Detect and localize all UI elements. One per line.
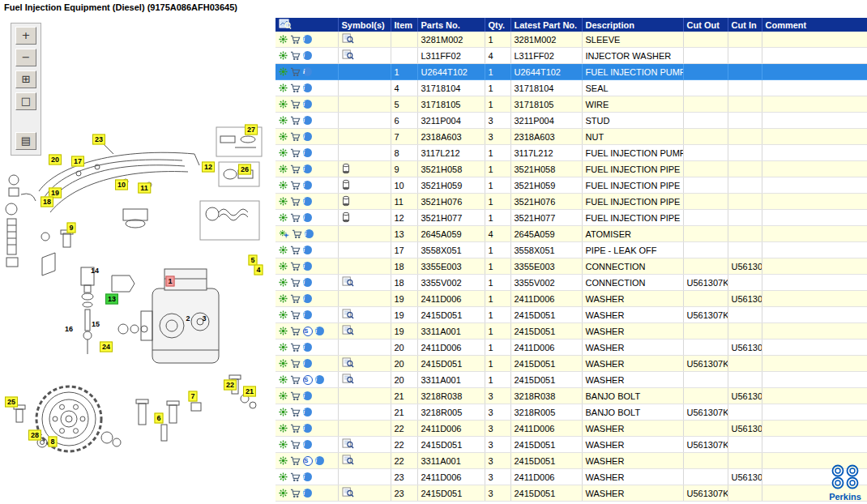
cart-icon[interactable] <box>290 375 301 385</box>
cart-icon[interactable] <box>290 440 301 450</box>
cart-icon[interactable] <box>290 278 301 288</box>
table-row[interactable]: i63211P00433211P004STUD <box>275 113 867 129</box>
info-icon[interactable]: i <box>303 197 312 206</box>
diagram-callout[interactable]: 1 <box>165 276 174 287</box>
gear-icon[interactable] <box>279 197 288 206</box>
gear-icon[interactable] <box>279 116 288 125</box>
gear-icon[interactable] <box>279 343 288 352</box>
image-search-icon[interactable] <box>279 21 292 31</box>
gear-icon[interactable] <box>279 51 288 60</box>
picture-symbol-icon[interactable] <box>342 360 354 369</box>
table-row[interactable]: Si193311A00112415D051WASHER <box>275 323 867 340</box>
picture-symbol-icon[interactable] <box>342 489 354 499</box>
gear-icon[interactable] <box>279 310 288 319</box>
gear-icon[interactable] <box>279 83 288 92</box>
gears-icon[interactable] <box>279 229 289 238</box>
diagram-callout[interactable]: 2 <box>184 314 191 323</box>
cart-icon[interactable] <box>292 229 302 239</box>
cart-icon[interactable] <box>290 472 301 482</box>
table-row[interactable]: i72318A60332318A603NUT <box>275 129 867 145</box>
table-row[interactable]: i232415D05132415D051WASHERU561307K <box>275 485 867 502</box>
zoom-out-button[interactable]: − <box>15 49 36 66</box>
diagram-callout[interactable]: 9 <box>66 223 75 233</box>
diagram-callout[interactable]: 20 <box>49 155 62 165</box>
cart-icon[interactable] <box>290 51 301 61</box>
cart-icon[interactable] <box>290 456 301 466</box>
gear-icon[interactable] <box>279 181 288 190</box>
info-icon[interactable]: i <box>305 229 314 238</box>
gear-icon[interactable] <box>279 424 288 433</box>
picture-symbol-icon[interactable] <box>342 376 354 386</box>
info-icon[interactable]: i <box>303 294 312 303</box>
table-row[interactable]: i213218R00533218R005BANJO BOLTU561307K <box>275 404 867 421</box>
info-icon[interactable]: i <box>303 424 312 433</box>
diagram-callout[interactable]: 18 <box>41 197 53 207</box>
cart-icon[interactable] <box>290 424 301 434</box>
cylinder-symbol-icon[interactable] <box>342 182 350 192</box>
table-row[interactable]: iL311FF024L311FF02INJECTOR WASHER <box>275 48 867 64</box>
table-row[interactable]: i222415D05132415D051WASHERU561307K <box>275 437 867 453</box>
substitute-icon[interactable]: S <box>303 456 313 466</box>
table-row[interactable]: i202415D05112415D051WASHERU561307K <box>275 356 867 372</box>
picture-symbol-icon[interactable] <box>342 279 354 288</box>
table-row[interactable]: i202411D00612411D006WASHERU56130 <box>275 340 867 356</box>
info-icon[interactable]: i <box>303 278 312 287</box>
cart-icon[interactable] <box>290 116 301 126</box>
gear-icon[interactable] <box>279 35 288 44</box>
cart-icon[interactable] <box>290 213 301 223</box>
substitute-icon[interactable]: S <box>303 375 313 385</box>
table-row[interactable]: i192411D00612411D006WASHERU56130 <box>275 291 867 307</box>
info-icon[interactable]: i <box>303 440 312 449</box>
gear-icon[interactable] <box>279 375 288 384</box>
cart-icon[interactable] <box>290 164 301 174</box>
info-icon[interactable]: i <box>303 164 312 173</box>
gear-icon[interactable] <box>279 472 288 481</box>
cart-icon[interactable] <box>290 67 301 77</box>
substitute-icon[interactable]: S <box>303 327 313 336</box>
diagram-callout[interactable]: 4 <box>254 265 263 275</box>
cylinder-symbol-icon[interactable] <box>342 199 350 208</box>
diagram-callout[interactable]: 27 <box>245 125 258 135</box>
info-icon[interactable]: i <box>303 472 312 481</box>
cart-icon[interactable] <box>290 327 301 336</box>
diagram-callout[interactable]: 14 <box>89 267 100 275</box>
diagram-callout[interactable]: 13 <box>105 294 118 305</box>
diagram-callout[interactable]: 23 <box>92 135 105 145</box>
cart-icon[interactable] <box>290 310 301 320</box>
gear-icon[interactable] <box>279 67 288 76</box>
cart-icon[interactable] <box>290 359 301 369</box>
picture-symbol-icon[interactable] <box>342 311 354 321</box>
info-icon[interactable]: i <box>303 408 312 416</box>
diagram-callout[interactable]: 26 <box>238 164 251 175</box>
cylinder-symbol-icon[interactable] <box>342 215 350 224</box>
table-row[interactable]: i173558X05113558X051PIPE - LEAK OFF <box>275 242 867 258</box>
diagram-callout[interactable]: 6 <box>154 413 163 424</box>
gear-icon[interactable] <box>279 456 288 465</box>
gear-icon[interactable] <box>279 391 288 400</box>
table-row[interactable]: Si223311A00132415D051WASHER <box>275 453 867 469</box>
cart-icon[interactable] <box>290 35 301 45</box>
table-row[interactable]: i222411D00632411D006WASHERU56130 <box>275 421 867 437</box>
diagram-callout[interactable]: 24 <box>100 342 113 352</box>
table-row[interactable]: i232411D00632411D006WASHERU56130 <box>275 469 867 485</box>
info-icon[interactable]: i <box>303 83 312 92</box>
gear-icon[interactable] <box>279 132 288 141</box>
gear-icon[interactable] <box>279 440 288 449</box>
table-row[interactable]: i83117L21213117L212FUEL INJECTION PUMP G <box>275 145 867 161</box>
info-icon[interactable]: i <box>315 375 324 384</box>
diagram-callout[interactable]: 16 <box>63 325 75 334</box>
table-row[interactable]: i213218R03833218R038BANJO BOLTU56130 <box>275 388 867 404</box>
table-row[interactable]: Si203311A00112415D051WASHER <box>275 372 867 388</box>
info-icon[interactable]: i <box>303 132 312 141</box>
diagram-callout[interactable]: 3 <box>200 314 207 323</box>
diagram-callout[interactable]: 12 <box>202 162 215 173</box>
cart-icon[interactable] <box>290 343 301 352</box>
table-row[interactable]: i1U2644T1021U2644T102FUEL INJECTION PUMP <box>275 64 867 80</box>
diagram-callout[interactable]: 11 <box>138 183 151 194</box>
info-icon[interactable]: i <box>315 327 324 335</box>
table-row[interactable]: i113521H07613521H076FUEL INJECTION PIPE <box>275 194 867 210</box>
info-icon[interactable]: i <box>303 51 312 60</box>
table-row[interactable]: i123521H07713521H077FUEL INJECTION PIPE <box>275 210 867 226</box>
picture-symbol-icon[interactable] <box>342 441 354 451</box>
gear-icon[interactable] <box>279 489 288 498</box>
